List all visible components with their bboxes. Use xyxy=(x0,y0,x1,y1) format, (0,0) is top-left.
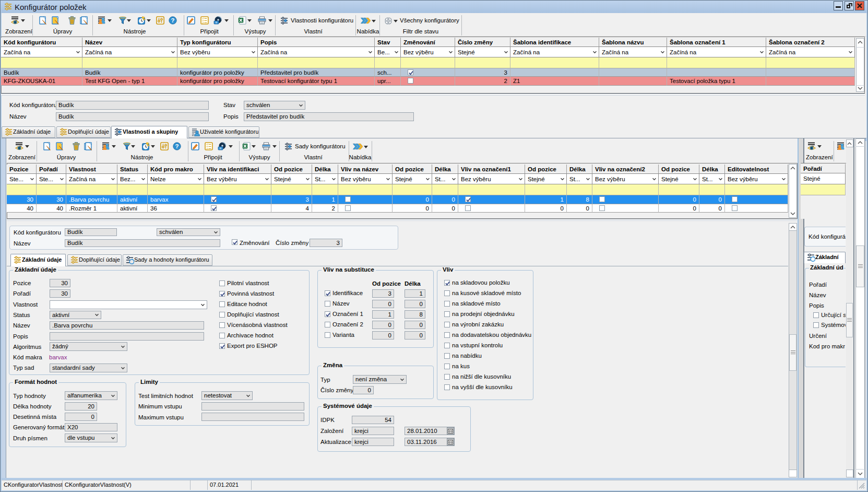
svg-text:?: ? xyxy=(171,17,174,24)
svg-text:?: ? xyxy=(175,143,179,149)
